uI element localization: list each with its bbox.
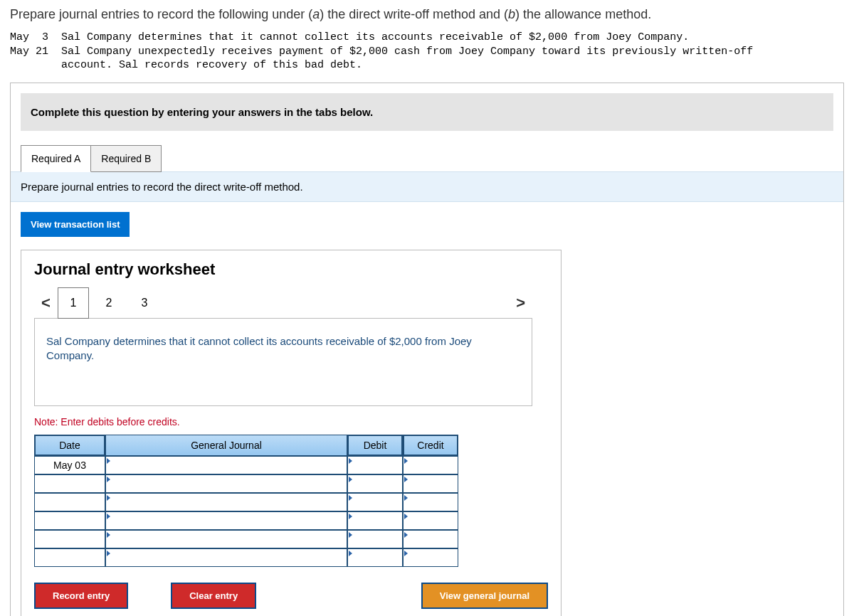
intro-post: ) the allowance method. [515, 7, 651, 21]
view-general-journal-button[interactable]: View general journal [421, 583, 548, 609]
general-journal-cell[interactable] [105, 493, 347, 511]
date-cell[interactable] [34, 511, 105, 530]
dropdown-marker-icon [349, 458, 352, 464]
intro-b: b [508, 7, 515, 21]
dropdown-marker-icon [404, 458, 408, 464]
date-cell[interactable]: May 03 [34, 456, 105, 474]
dropdown-marker-icon [107, 495, 110, 501]
record-entry-button[interactable]: Record entry [34, 583, 128, 609]
prompt-bar: Prepare journal entries to record the di… [11, 171, 843, 202]
general-journal-cell[interactable] [105, 548, 347, 567]
credit-cell[interactable] [403, 511, 458, 530]
dropdown-marker-icon [107, 477, 110, 482]
dropdown-marker-icon [349, 551, 352, 556]
step-1[interactable]: 1 [58, 287, 89, 319]
header-debit: Debit [347, 435, 403, 456]
chevron-left-icon[interactable]: < [34, 290, 58, 317]
chevron-right-icon[interactable]: > [509, 290, 532, 317]
dropdown-marker-icon [349, 477, 352, 482]
table-row [34, 474, 458, 493]
action-buttons: Record entry Clear entry View general jo… [34, 583, 548, 609]
debit-cell[interactable] [347, 474, 403, 493]
credit-cell[interactable] [403, 456, 458, 474]
question-intro: Prepare journal entries to record the fo… [10, 7, 844, 22]
tabs-row: Required A Required B [21, 145, 833, 172]
work-area: Complete this question by entering your … [10, 83, 844, 617]
dropdown-marker-icon [107, 458, 110, 464]
date-cell[interactable] [34, 493, 105, 511]
debit-cell[interactable] [347, 493, 403, 511]
general-journal-cell[interactable] [105, 456, 347, 474]
credit-cell[interactable] [403, 474, 458, 493]
credit-cell[interactable] [403, 493, 458, 511]
header-credit: Credit [403, 435, 458, 456]
tab-required-a[interactable]: Required A [21, 145, 91, 172]
table-row [34, 548, 458, 567]
dropdown-marker-icon [404, 495, 408, 501]
general-journal-cell[interactable] [105, 530, 347, 548]
dropdown-marker-icon [349, 532, 352, 538]
debit-cell[interactable] [347, 511, 403, 530]
clear-entry-button[interactable]: Clear entry [171, 583, 256, 609]
transactions-text: May 3 Sal Company determines that it can… [10, 31, 844, 73]
intro-a: a [312, 7, 320, 21]
intro-mid: ) the direct write-off method and ( [320, 7, 508, 21]
dropdown-marker-icon [107, 551, 110, 556]
dropdown-marker-icon [404, 477, 408, 482]
date-cell[interactable] [34, 530, 105, 548]
dropdown-marker-icon [107, 532, 110, 538]
worksheet-description: Sal Company determines that it cannot co… [34, 318, 532, 407]
journal-worksheet: Journal entry worksheet < 1 2 3 > Sal Co… [21, 250, 562, 617]
date-cell[interactable] [34, 474, 105, 493]
dropdown-marker-icon [349, 495, 352, 501]
tab-required-b[interactable]: Required B [91, 145, 162, 172]
credit-cell[interactable] [403, 548, 458, 567]
table-row [34, 530, 458, 548]
table-row [34, 511, 458, 530]
header-general-journal: General Journal [105, 435, 347, 456]
general-journal-cell[interactable] [105, 511, 347, 530]
instruction-bar: Complete this question by entering your … [21, 93, 833, 131]
debits-before-credits-note: Note: Enter debits before credits. [34, 416, 548, 428]
debit-cell[interactable] [347, 456, 403, 474]
journal-table: Date General Journal Debit Credit May 03 [34, 435, 458, 567]
step-3[interactable]: 3 [129, 287, 160, 319]
header-date: Date [34, 435, 105, 456]
view-transaction-list-button[interactable]: View transaction list [21, 212, 130, 237]
table-row [34, 493, 458, 511]
worksheet-title: Journal entry worksheet [34, 260, 548, 279]
dropdown-marker-icon [404, 551, 408, 556]
debit-cell[interactable] [347, 548, 403, 567]
table-row: May 03 [34, 456, 458, 474]
debit-cell[interactable] [347, 530, 403, 548]
step-nav: < 1 2 3 [34, 287, 164, 319]
general-journal-cell[interactable] [105, 474, 347, 493]
step-2[interactable]: 2 [93, 287, 125, 319]
credit-cell[interactable] [403, 530, 458, 548]
dropdown-marker-icon [404, 514, 408, 519]
date-cell[interactable] [34, 548, 105, 567]
dropdown-marker-icon [349, 514, 352, 519]
dropdown-marker-icon [107, 514, 110, 519]
intro-pre: Prepare journal entries to record the fo… [10, 7, 312, 21]
dropdown-marker-icon [404, 532, 408, 538]
